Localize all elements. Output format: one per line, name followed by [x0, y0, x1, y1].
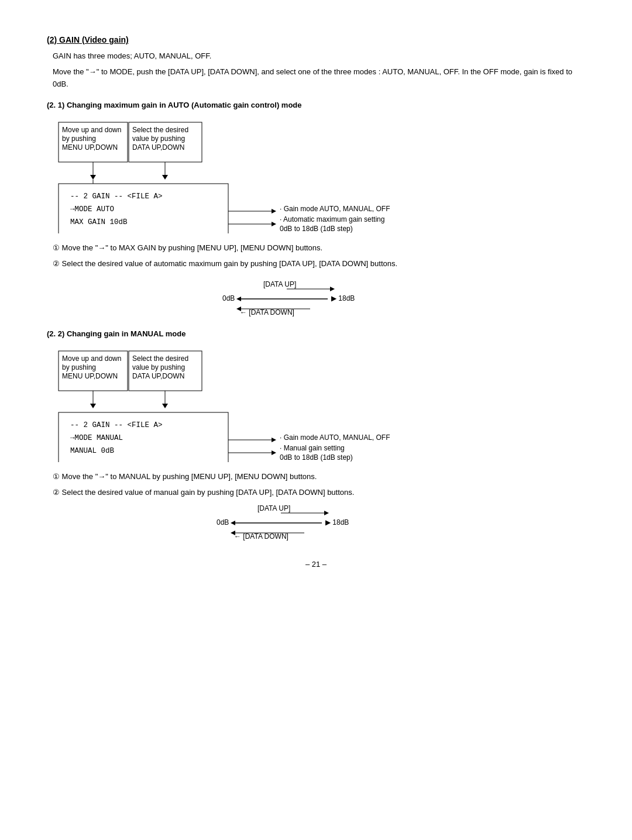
svg-marker-20 [272, 222, 276, 226]
svg-marker-26 [330, 287, 335, 291]
svg-text:Move up and down: Move up and down [62, 126, 121, 134]
svg-text:DATA UP,DOWN: DATA UP,DOWN [132, 372, 184, 380]
svg-text:← [DATA DOWN]: ← [DATA DOWN] [234, 532, 288, 541]
svg-text:0dB to 18dB (1dB step): 0dB to 18dB (1dB step) [280, 453, 353, 462]
svg-marker-9 [90, 175, 96, 180]
svg-text:Select the desired: Select the desired [132, 126, 188, 134]
svg-text:▶ 18dB: ▶ 18dB [325, 518, 349, 526]
range-diagram-2: [DATA UP] 0dB ▶ 18dB ← [DATA DOWN] [211, 502, 375, 542]
svg-text:-- 2 GAIN --    <FILE A>: -- 2 GAIN -- <FILE A> [70, 192, 163, 201]
svg-text:by pushing: by pushing [62, 135, 96, 143]
page-number: – 21 – [47, 560, 585, 569]
svg-text:→MODE        AUTO: →MODE AUTO [70, 205, 114, 214]
svg-marker-61 [324, 511, 329, 515]
svg-marker-53 [272, 438, 276, 442]
svg-text:value by pushing: value by pushing [132, 363, 185, 371]
svg-text:-- 2 GAIN --    <FILE A>: -- 2 GAIN -- <FILE A> [70, 421, 163, 429]
section-title: (2) GAIN (Video gain) [47, 35, 585, 44]
svg-text:MAX GAIN      10dB: MAX GAIN 10dB [70, 218, 128, 226]
svg-text:[DATA UP]: [DATA UP] [257, 504, 290, 512]
svg-marker-11 [162, 175, 168, 180]
diagram2: Move up and down by pushing MENU UP,DOWN… [53, 345, 585, 464]
svg-text:0dB: 0dB [222, 294, 235, 302]
intro-paragraph-2: Move the "→" to MODE, push the [DATA UP]… [47, 66, 585, 91]
svg-text:Select the desired: Select the desired [132, 354, 188, 363]
svg-text:← [DATA DOWN]: ← [DATA DOWN] [240, 308, 294, 316]
svg-text:MENU UP,DOWN: MENU UP,DOWN [62, 372, 118, 380]
svg-text:· Automatic maximum gain setti: · Automatic maximum gain setting [280, 215, 384, 223]
intro-paragraph-1: GAIN has three modes; AUTO, MANUAL, OFF. [47, 50, 585, 63]
svg-text:· Manual gain setting: · Manual gain setting [280, 444, 345, 452]
svg-text:· Gain mode   AUTO, MANUAL, OF: · Gain mode AUTO, MANUAL, OFF [280, 205, 390, 213]
svg-marker-18 [272, 209, 276, 214]
diagram2-svg: Move up and down by pushing MENU UP,DOWN… [53, 345, 462, 462]
subsection2-numbered2: ② Select the desired value of manual gai… [47, 487, 585, 499]
svg-text:[DATA UP]: [DATA UP] [263, 280, 296, 288]
svg-text:DATA UP,DOWN: DATA UP,DOWN [132, 143, 184, 152]
svg-text:0dB: 0dB [217, 518, 229, 526]
svg-marker-45 [90, 404, 96, 408]
svg-text:MANUAL         0dB: MANUAL 0dB [70, 447, 115, 455]
diagram1: Move up and down by pushing MENU UP,DOWN… [53, 116, 585, 235]
svg-text:MENU UP,DOWN: MENU UP,DOWN [62, 143, 118, 152]
svg-text:value by pushing: value by pushing [132, 135, 185, 143]
svg-marker-30 [236, 297, 241, 301]
subsection2-numbered1: ① Move the "→" to MANUAL by pushing [MEN… [47, 471, 585, 483]
svg-text:→MODE        MANUAL: →MODE MANUAL [70, 434, 123, 442]
svg-text:· Gain mode   AUTO, MANUAL, OF: · Gain mode AUTO, MANUAL, OFF [280, 433, 390, 442]
svg-text:by pushing: by pushing [62, 363, 96, 371]
subsection1-numbered2: ② Select the desired value of automatic … [47, 258, 585, 270]
diagram1-svg: Move up and down by pushing MENU UP,DOWN… [53, 116, 462, 233]
svg-text:0dB to 18dB (1dB step): 0dB to 18dB (1dB step) [280, 225, 353, 233]
svg-marker-47 [162, 404, 168, 408]
svg-text:▶ 18dB: ▶ 18dB [331, 294, 355, 302]
subsection2-title: (2. 2) Changing gain in MANUAL mode [47, 329, 585, 338]
svg-marker-55 [272, 450, 276, 455]
range-diagram-1: [DATA UP] 0dB ▶ 18dB ← [DATA DOWN] [211, 278, 375, 316]
svg-text:Move up and down: Move up and down [62, 354, 121, 363]
subsection1-numbered1: ① Move the "→" to MAX GAIN by pushing [M… [47, 242, 585, 254]
subsection1-title: (2. 1) Changing maximum gain in AUTO (Au… [47, 101, 585, 109]
